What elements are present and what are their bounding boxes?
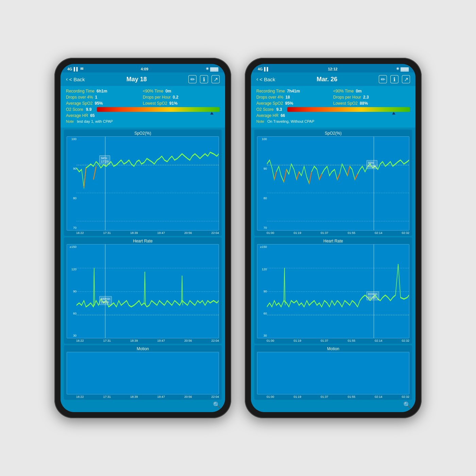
note-text-1: test day 1, with CPAP [77, 119, 113, 123]
bt-icon-1: ✳ [206, 67, 209, 71]
hr-chart-body-1[interactable]: ≥150 120 90 60 30 [67, 244, 219, 338]
status-bar-1: 4G ▌▌ ✉ 4:09 ✳ ▓▓▓ [61, 64, 225, 72]
svg-line-3 [145, 272, 146, 305]
status-time-1: 4:09 [141, 67, 148, 71]
zoom-icon-2[interactable]: 🔍 [403, 401, 411, 409]
avg-hr-label-1: Average HR [66, 113, 88, 118]
avg-spo2-label-2: Average SpO2 [256, 101, 283, 106]
motion-chart-title-2: Motion [257, 346, 409, 351]
status-time-2: 12:12 [328, 67, 338, 71]
drops4-label-1: Drops over 4% [66, 95, 93, 100]
stats-section-1: Recording Time 6h1m <90% Time 0m Drops o… [61, 86, 225, 128]
motion-chart-body-2[interactable] [257, 352, 409, 394]
phone-screen-1: 4G ▌▌ ✉ 4:09 ✳ ▓▓▓ ‹ < Back May 18 ✏ ℹ ↗ [61, 64, 225, 412]
drops-hour-label-1: Drops per Hour [143, 95, 171, 100]
bt-icon-2: ✳ [396, 67, 399, 71]
battery-icon-1: ▓▓▓ [210, 67, 218, 71]
hr-chart-title-1: Heart Rate [67, 239, 219, 243]
back-arrow-icon-2: ‹ [256, 76, 258, 82]
charts-area-1: SpO2(%) 100 90 80 70 [61, 128, 225, 402]
spo2-chart-body-1[interactable]: 100 90 80 70 [67, 136, 219, 231]
stats-section-2: Recording Time 7h41m <90% Time 0m Drops … [251, 86, 415, 128]
o2-score-bar-2 [287, 107, 410, 112]
o2score-label-1: O2 Score [66, 107, 83, 112]
status-right-2: ✳ ▓▓▓ [396, 67, 409, 71]
svg-line-7 [285, 268, 285, 305]
phone-2: 4G ▌▌ 12:12 ✳ ▓▓▓ ‹ < Back Mar. 26 ✏ ℹ ↗ [245, 58, 422, 418]
hr-chart-2: Heart Rate ≥150 120 90 60 30 [254, 237, 412, 344]
motion-x-labels-2: 01:00 01:19 01:37 01:55 02:14 02:32 [257, 394, 409, 398]
lowest-spo2-value-1: 91% [169, 101, 177, 106]
o2score-value-1: 9.9 [86, 107, 92, 112]
signal-icon-2: 4G [258, 67, 263, 71]
zoom-icon-1[interactable]: 🔍 [213, 401, 220, 409]
spo2-tooltip-time-2: 02:00 [368, 165, 376, 168]
spo2-x-labels-2: 01:00 01:19 01:37 01:55 02:14 02:32 [257, 231, 409, 235]
nav-title-2: Mar. 26 [317, 76, 337, 83]
hr-y-labels-2: ≥150 120 90 60 30 [257, 244, 267, 338]
spo2-tooltip-value-2: 89% [368, 161, 376, 165]
status-left-2: 4G ▌▌ [258, 67, 269, 71]
back-button-1[interactable]: ‹ < Back [66, 76, 85, 82]
hr-tooltip-time-1: 17:29 [101, 301, 110, 304]
drops-hour-label-2: Drops per Hour [333, 95, 361, 100]
avg-hr-value-1: 65 [90, 113, 95, 118]
avg-spo2-value-2: 95% [285, 101, 293, 106]
edit-icon-2[interactable]: ✏ [379, 75, 387, 83]
back-label-1: < Back [69, 76, 85, 82]
motion-chart-body-1[interactable] [67, 352, 219, 394]
spo2-tooltip-value-1: 94% [101, 156, 109, 160]
wifi-icon-1: ▌▌ [74, 67, 79, 71]
hr-y-labels-1: ≥150 120 90 60 30 [67, 244, 76, 338]
nav-bar-2: ‹ < Back Mar. 26 ✏ ℹ ↗ [251, 72, 415, 86]
nav-title-1: May 18 [126, 76, 147, 83]
lowest-spo2-value-2: 88% [360, 101, 368, 106]
o2score-label-2: O2 Score [256, 107, 274, 112]
o2score-value-2: 9.3 [276, 107, 282, 112]
hr-chart-body-2[interactable]: ≥150 120 90 60 30 [257, 244, 409, 338]
nav-icons-2: ✏ ℹ ↗ [379, 75, 410, 83]
spo2-chart-body-2[interactable]: 100 90 80 70 [257, 136, 409, 231]
hr-plot-1: 68/min 17:29 [76, 244, 219, 338]
status-bar-2: 4G ▌▌ 12:12 ✳ ▓▓▓ [251, 64, 415, 72]
hr-x-labels-1: 16:22 17:31 18:39 19:47 20:56 22:04 [67, 338, 219, 342]
drops-hour-value-1: 0.2 [173, 95, 178, 100]
drops4-label-2: Drops over 4% [256, 95, 283, 100]
info-icon-2[interactable]: ℹ [390, 75, 398, 83]
spo2-plot-2: 89% 02:00 [267, 137, 409, 230]
less90-value-2: 0m [356, 89, 361, 94]
nav-bar-1: ‹ < Back May 18 ✏ ℹ ↗ [61, 72, 225, 86]
lowest-spo2-label-2: Lowest SpO2 [333, 101, 358, 106]
phone-1: 4G ▌▌ ✉ 4:09 ✳ ▓▓▓ ‹ < Back May 18 ✏ ℹ ↗ [54, 58, 231, 418]
share-icon-1[interactable]: ↗ [211, 75, 220, 83]
spo2-chart-2: SpO2(%) 100 90 80 70 [254, 130, 412, 236]
hr-plot-2: 82/min 02:00 [267, 244, 409, 338]
back-label-2: < Back [259, 76, 275, 82]
charts-area-2: SpO2(%) 100 90 80 70 [251, 128, 415, 402]
signal-icon-1: 4G [67, 67, 72, 71]
lowest-spo2-label-1: Lowest SpO2 [143, 101, 167, 106]
recording-time-value-1: 6h1m [97, 89, 107, 94]
edit-icon-1[interactable]: ✏ [188, 75, 197, 83]
drops4-value-2: 18 [285, 95, 290, 100]
spo2-chart-title-1: SpO2(%) [67, 131, 219, 136]
avg-spo2-value-1: 95% [95, 101, 103, 106]
motion-x-labels-1: 16:22 17:31 18:39 19:47 20:56 22:04 [67, 394, 219, 398]
drops4-value-1: 1 [95, 95, 97, 100]
less90-label-2: <90% Time [333, 89, 354, 94]
spo2-y-labels-1: 100 90 80 70 [67, 137, 76, 230]
status-right-1: ✳ ▓▓▓ [206, 67, 218, 71]
info-icon-1[interactable]: ℹ [200, 75, 208, 83]
svg-line-1 [94, 268, 95, 305]
hr-chart-title-2: Heart Rate [257, 239, 409, 243]
spo2-x-labels-1: 16:22 17:31 18:39 19:47 20:56 22:04 [67, 231, 219, 235]
motion-chart-title-1: Motion [67, 346, 219, 351]
o2-score-row-2: O2 Score 9.3 [256, 107, 410, 112]
share-icon-2[interactable]: ↗ [402, 75, 410, 83]
motion-chart-2: Motion 01:00 01:19 01:37 01:55 02:14 02:… [254, 345, 412, 400]
spo2-chart-1: SpO2(%) 100 90 80 70 [64, 130, 222, 236]
avg-spo2-label-1: Average SpO2 [66, 101, 93, 106]
note-label-1: Note [66, 119, 74, 123]
back-button-2[interactable]: ‹ < Back [256, 76, 275, 82]
motion-chart-1: Motion 16:22 17:31 18:39 19:47 20:56 22:… [64, 345, 222, 400]
